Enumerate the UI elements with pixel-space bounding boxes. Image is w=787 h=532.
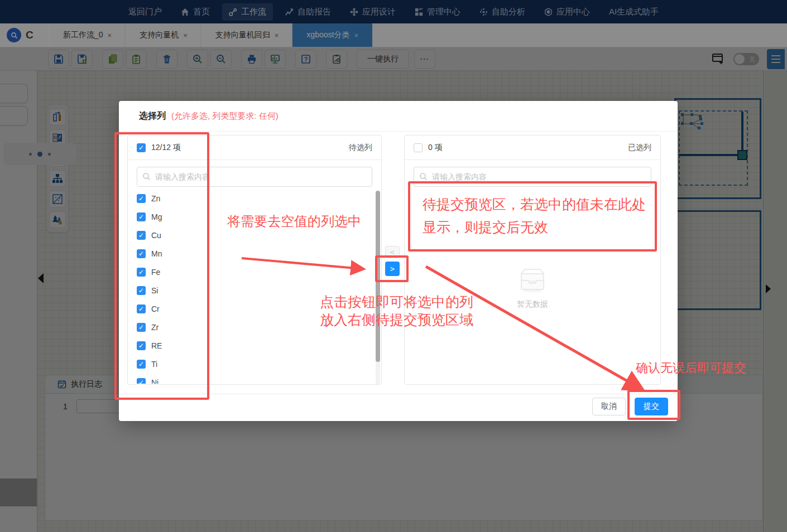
annotation-preview-hint-line2: 显示，则提交后无效 <box>423 218 548 236</box>
annotation-select-hint: 将需要去空值的列选中 <box>227 212 361 230</box>
cancel-button[interactable]: 取消 <box>592 398 626 415</box>
modal-title: 选择列 <box>139 110 166 122</box>
select-all-checkbox[interactable] <box>414 143 423 152</box>
search-icon <box>419 172 428 181</box>
modal-title-note: (允许多选, 列类型要求: 任何) <box>171 111 279 122</box>
annotation-box-source-list <box>114 132 209 400</box>
source-list-scrollbar[interactable] <box>376 191 380 384</box>
annotation-click-hint-line2: 放入右侧待提交预览区域 <box>320 311 473 329</box>
target-columns-panel: 0 项 已选列 暂无数据 <box>404 135 661 385</box>
annotation-box-transfer-button <box>375 255 409 282</box>
annotation-click-hint-line1: 点击按钮即可将选中的列 <box>320 293 473 311</box>
modal-header: 选择列 (允许多选, 列类型要求: 任何) <box>119 101 678 132</box>
app-screen: 返回门户 首页 工作流 自助报告 应用设计 管理中心 <box>0 0 787 532</box>
annotation-preview-hint-line1: 待提交预览区，若选中的值未在此处 <box>423 195 646 214</box>
empty-state-text: 暂无数据 <box>517 299 548 309</box>
target-corner-label: 已选列 <box>628 143 651 153</box>
empty-state: 暂无数据 <box>517 268 548 309</box>
source-corner-label: 待选列 <box>349 143 372 153</box>
annotation-submit-hint: 确认无误后即可提交 <box>636 360 746 376</box>
annotation-box-submit-button <box>627 390 680 420</box>
target-panel-header: 0 项 已选列 <box>405 136 660 160</box>
target-count-label: 0 项 <box>428 143 443 153</box>
empty-inbox-icon <box>517 268 548 293</box>
annotation-box-preview-area <box>408 181 657 252</box>
